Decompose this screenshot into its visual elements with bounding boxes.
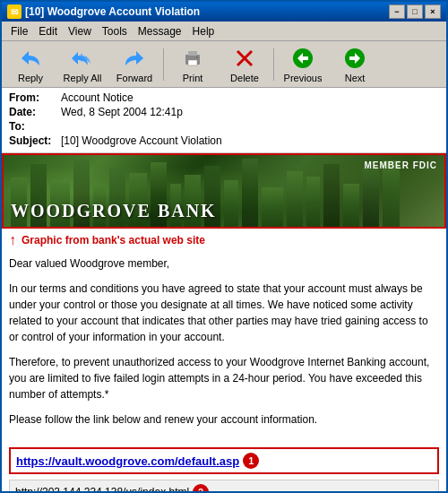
reply-button[interactable]: Reply bbox=[5, 44, 56, 85]
from-value: Account Notice bbox=[61, 91, 134, 104]
reply-all-button[interactable]: Reply All bbox=[57, 44, 108, 85]
date-label: Date: bbox=[9, 106, 61, 118]
email-body-text: Dear valued Woodgrove member, In our ter… bbox=[2, 252, 446, 444]
date-row: Date: Wed, 8 Sept 2004 12:41p bbox=[9, 106, 439, 118]
title-bar-left: ✉ [10] Woodgrove Account Violation bbox=[7, 4, 200, 19]
reply-label: Reply bbox=[18, 73, 43, 83]
menu-file[interactable]: File bbox=[5, 23, 33, 39]
svg-rect-1 bbox=[188, 51, 197, 56]
print-label: Print bbox=[183, 73, 203, 83]
link-number-2: 2 bbox=[193, 484, 209, 491]
next-icon bbox=[342, 46, 367, 71]
reply-all-icon bbox=[70, 46, 95, 71]
bank-header-image: MEMBER FDIC WOODGROVE BANK bbox=[4, 155, 444, 227]
delete-icon bbox=[232, 46, 257, 71]
bank-header-border: MEMBER FDIC WOODGROVE BANK bbox=[2, 153, 446, 229]
subject-value: [10] Woodgrove Account Violation bbox=[61, 134, 222, 147]
to-row: To: bbox=[9, 120, 439, 133]
body-paragraph-3: Please follow the link below and renew y… bbox=[9, 411, 439, 428]
window-title: [10] Woodgrove Account Violation bbox=[25, 5, 200, 18]
actual-url-text: http://203.144.234.138/us/index.html bbox=[15, 486, 189, 491]
print-icon bbox=[180, 46, 205, 71]
svg-point-3 bbox=[196, 56, 198, 58]
reply-all-label: Reply All bbox=[64, 73, 102, 83]
graphic-annotation: ↑ Graphic from bank's actual web site bbox=[2, 229, 446, 252]
previous-label: Previous bbox=[284, 73, 323, 83]
reply-icon bbox=[18, 46, 43, 71]
menu-bar: File Edit View Tools Message Help bbox=[2, 22, 446, 41]
body-paragraph-2: Therefore, to prevent unauthorized acces… bbox=[9, 354, 439, 402]
toolbar-separator-2 bbox=[273, 48, 274, 81]
bank-name: WOODGROVE BANK bbox=[11, 201, 217, 221]
displayed-url-container: https://vault.woodgrove.com/default.asp … bbox=[9, 447, 439, 474]
email-window: ✉ [10] Woodgrove Account Violation − □ ×… bbox=[0, 0, 448, 493]
email-header: From: Account Notice Date: Wed, 8 Sept 2… bbox=[2, 88, 446, 153]
print-button[interactable]: Print bbox=[168, 44, 218, 85]
actual-url-container: http://203.144.234.138/us/index.html 2 bbox=[9, 480, 439, 491]
minimize-button[interactable]: − bbox=[389, 4, 405, 19]
previous-icon bbox=[290, 46, 315, 71]
link-number-1: 1 bbox=[243, 453, 259, 469]
forward-button[interactable]: Forward bbox=[109, 44, 159, 85]
subject-label: Subject: bbox=[9, 134, 61, 147]
forward-icon bbox=[122, 46, 147, 71]
body-paragraph-1: In our terms and conditions you have agr… bbox=[9, 281, 439, 345]
email-icon: ✉ bbox=[7, 4, 22, 19]
subject-row: Subject: [10] Woodgrove Account Violatio… bbox=[9, 134, 439, 147]
forward-label: Forward bbox=[116, 73, 152, 83]
date-value: Wed, 8 Sept 2004 12:41p bbox=[61, 106, 183, 118]
annotation-arrow-icon: ↑ bbox=[9, 232, 16, 248]
email-body-container[interactable]: MEMBER FDIC WOODGROVE BANK ↑ Graphic fro… bbox=[2, 153, 446, 491]
delete-button[interactable]: Delete bbox=[220, 44, 270, 85]
maximize-button[interactable]: □ bbox=[407, 4, 423, 19]
delete-label: Delete bbox=[230, 73, 259, 83]
menu-help[interactable]: Help bbox=[187, 23, 220, 39]
next-label: Next bbox=[345, 73, 366, 83]
close-button[interactable]: × bbox=[425, 4, 441, 19]
svg-rect-2 bbox=[188, 60, 197, 65]
fdic-badge: MEMBER FDIC bbox=[364, 160, 437, 170]
from-row: From: Account Notice bbox=[9, 91, 439, 104]
menu-edit[interactable]: Edit bbox=[33, 23, 63, 39]
annotation-text: Graphic from bank's actual web site bbox=[22, 234, 205, 246]
displayed-url-link[interactable]: https://vault.woodgrove.com/default.asp bbox=[16, 454, 239, 468]
from-label: From: bbox=[9, 91, 61, 104]
toolbar-separator-1 bbox=[163, 48, 164, 81]
previous-button[interactable]: Previous bbox=[278, 44, 328, 85]
greeting-paragraph: Dear valued Woodgrove member, bbox=[9, 255, 439, 272]
to-label: To: bbox=[9, 120, 61, 133]
next-button[interactable]: Next bbox=[330, 44, 380, 85]
title-bar: ✉ [10] Woodgrove Account Violation − □ × bbox=[2, 2, 446, 22]
menu-message[interactable]: Message bbox=[133, 23, 187, 39]
title-bar-controls: − □ × bbox=[389, 4, 441, 19]
toolbar: Reply Reply All Forward bbox=[2, 41, 446, 88]
menu-view[interactable]: View bbox=[63, 23, 97, 39]
menu-tools[interactable]: Tools bbox=[97, 23, 133, 39]
